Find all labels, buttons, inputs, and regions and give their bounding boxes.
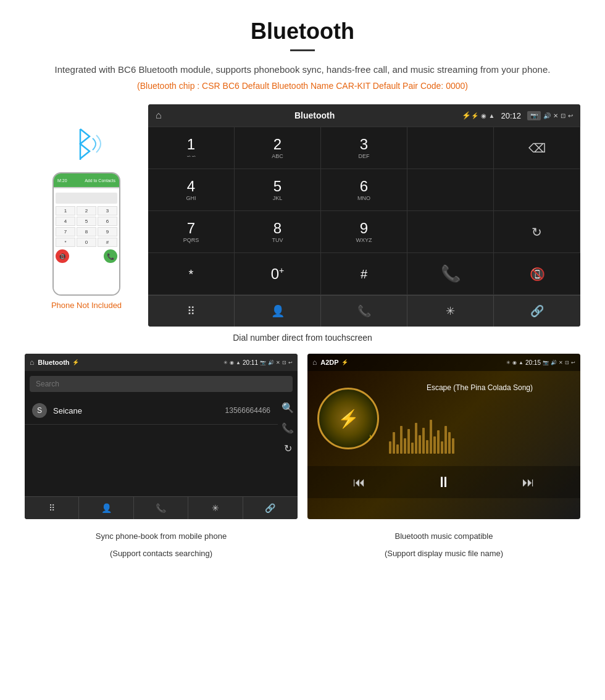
close-icon[interactable]: ✕ (553, 112, 558, 119)
phonebook-screenshot: ⌂ Bluetooth ⚡ ✳ ◉ ▲ 20:11 📷 🔊 ✕ ⊡ ↩ (25, 354, 298, 519)
fast-forward-button[interactable]: ⏭ (522, 475, 535, 490)
fullscreen-icon[interactable]: ⊡ (561, 112, 565, 119)
phone-nav-item[interactable]: 📞 (321, 296, 407, 327)
phone-key[interactable]: 3 (98, 206, 117, 215)
music-vol-icon[interactable]: 🔊 (551, 360, 557, 365)
pb-sig-icon: ▲ (236, 360, 241, 365)
phone-key[interactable]: 4 (56, 217, 75, 226)
music-time: 20:15 (525, 359, 541, 366)
pb-cam-icon[interactable]: 📷 (260, 360, 266, 365)
bottom-nav: ⠿ 👤 📞 ✳ 🔗 (148, 295, 580, 327)
empty-cell-1 (407, 169, 494, 211)
phone-key[interactable]: # (98, 238, 117, 247)
pb-status-icons: ✳ ◉ ▲ 20:11 📷 🔊 ✕ ⊡ ↩ (223, 359, 293, 366)
phone-top-bar: M:20 Add to Contacts (54, 173, 119, 187)
music-cam-icon[interactable]: 📷 (543, 360, 549, 365)
location-icon: ◉ (481, 112, 486, 119)
phone-key[interactable]: 6 (98, 217, 117, 226)
song-title: Escape (The Pina Colada Song) (389, 383, 570, 392)
eq-bar (396, 444, 399, 454)
key-1[interactable]: 1 ∽∽ (148, 127, 235, 169)
end-call-btn[interactable]: 📵 (56, 249, 69, 263)
key-4[interactable]: 4 GHI (148, 169, 235, 211)
description-text: Integrated with BC6 Bluetooth module, su… (25, 62, 580, 77)
music-caption-line1: Bluetooth music compatible (307, 530, 580, 543)
call-btn[interactable]: 📞 (104, 249, 117, 263)
pb-close-icon[interactable]: ✕ (276, 360, 280, 365)
pb-usb-icon: ⚡ (72, 359, 79, 365)
phone-key[interactable]: 9 (98, 227, 117, 236)
usb-icon: ⚡ (462, 111, 471, 120)
key-9[interactable]: 9 WXYZ (321, 211, 407, 253)
back-icon[interactable]: ↩ (568, 112, 573, 119)
phone-key[interactable]: 1 (56, 206, 75, 215)
pb-contact-list: S Seicane 13566664466 (25, 397, 278, 459)
phone-keypad-grid: 1 2 3 4 5 6 7 8 9 * 0 # (56, 206, 117, 247)
phone-key[interactable]: 8 (77, 227, 96, 236)
phone-key[interactable]: 2 (77, 206, 96, 215)
pb-home-icon[interactable]: ⌂ (30, 358, 34, 367)
eq-bar (389, 441, 391, 454)
backspace-icon: ⌫ (528, 141, 546, 156)
status-icons: ⚡ ◉ ▲ 20:12 📷 🔊 ✕ ⊡ ↩ (471, 111, 573, 120)
bluetooth-nav-item[interactable]: ✳ (407, 296, 494, 327)
key-3[interactable]: 3 DEF (321, 127, 407, 169)
page-title: Bluetooth (25, 19, 580, 44)
contacts-nav-item[interactable]: 👤 (235, 296, 321, 327)
link-nav-item[interactable]: 🔗 (494, 296, 580, 327)
pb-bn-link[interactable]: 🔗 (243, 497, 298, 519)
pb-back-icon[interactable]: ↩ (288, 360, 293, 365)
music-bt-icon: ✳ (506, 360, 511, 365)
key-7[interactable]: 7 PQRS (148, 211, 235, 253)
keypad-grid: 1 ∽∽ 2 ABC 3 DEF ⌫ 4 GHI (148, 127, 580, 295)
play-pause-button[interactable]: ⏸ (436, 473, 451, 491)
key-8[interactable]: 8 TUV (235, 211, 321, 253)
equalizer (389, 417, 570, 454)
phone-key[interactable]: * (56, 238, 75, 247)
camera-button[interactable]: 📷 (527, 111, 541, 120)
pb-call-side-icon[interactable]: 📞 (282, 422, 294, 434)
keypad-nav-item[interactable]: ⠿ (148, 296, 235, 327)
call-red-cell[interactable]: 📵 (494, 253, 580, 295)
pb-search-input[interactable] (30, 376, 293, 392)
main-screenshot-area: M:20 Add to Contacts 1 2 3 4 5 6 (25, 104, 580, 327)
music-home-icon[interactable]: ⌂ (312, 358, 317, 367)
pb-bn-phone[interactable]: 📞 (134, 497, 188, 519)
album-bt-icon: ⚡ (338, 409, 359, 429)
pb-vol-icon[interactable]: 🔊 (268, 360, 274, 365)
music-close-icon[interactable]: ✕ (559, 360, 563, 365)
eq-bar (407, 429, 410, 454)
pb-bn-keypad[interactable]: ⠿ (25, 497, 79, 519)
key-6[interactable]: 6 MNO (321, 169, 407, 211)
phonebook-caption: Sync phone-book from mobile phone (Suppo… (25, 525, 298, 559)
pb-status-bar: ⌂ Bluetooth ⚡ ✳ ◉ ▲ 20:11 📷 🔊 ✕ ⊡ ↩ (25, 354, 298, 371)
pb-title: Bluetooth (38, 359, 69, 366)
key-star[interactable]: * (148, 253, 235, 295)
pb-full-icon[interactable]: ⊡ (282, 360, 286, 365)
pb-bn-contacts[interactable]: 👤 (79, 497, 133, 519)
pb-contact-name[interactable]: Seicane (53, 406, 225, 415)
key-0[interactable]: 0+ (235, 253, 321, 295)
phone-key[interactable]: 0 (77, 238, 96, 247)
refresh-cell[interactable]: ↻ (494, 211, 580, 253)
pb-content-area: S Seicane 13566664466 🔍 📞 ↻ (25, 397, 298, 459)
music-back-icon[interactable]: ↩ (571, 360, 575, 365)
volume-icon[interactable]: 🔊 (543, 112, 551, 119)
pb-bn-bt[interactable]: ✳ (188, 497, 243, 519)
home-icon[interactable]: ⌂ (156, 110, 162, 121)
music-full-icon[interactable]: ⊡ (565, 360, 569, 365)
eq-bar (422, 428, 425, 454)
call-green-cell[interactable]: 📞 (407, 253, 494, 295)
key-2[interactable]: 2 ABC (235, 127, 321, 169)
rewind-button[interactable]: ⏮ (353, 475, 365, 490)
phone-key[interactable]: 7 (56, 227, 75, 236)
backspace-cell[interactable]: ⌫ (494, 127, 580, 169)
pb-search-side-icon[interactable]: 🔍 (282, 402, 294, 414)
key-5[interactable]: 5 JKL (235, 169, 321, 211)
phone-key[interactable]: 5 (77, 217, 96, 226)
pb-sync-side-icon[interactable]: ↻ (284, 443, 292, 454)
eq-bar (393, 432, 395, 454)
key-hash[interactable]: # (321, 253, 407, 295)
album-art: ⚡ ♪ (317, 388, 379, 449)
music-caption-line2: (Support display music file name) (307, 548, 580, 560)
